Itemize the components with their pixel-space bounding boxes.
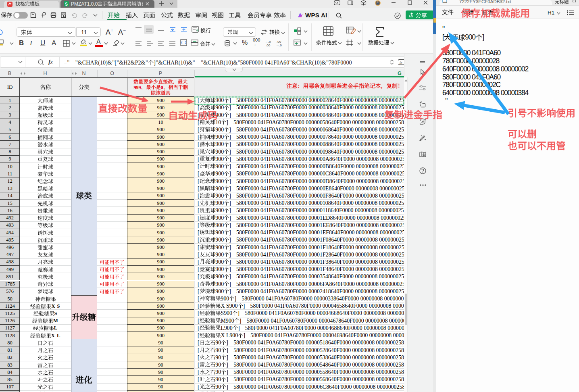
svg-text:fx: fx: [400, 60, 402, 65]
svg-text:←.0: ←.0: [265, 40, 271, 44]
svg-text:.00: .00: [266, 44, 271, 47]
svg-text:→.0: →.0: [276, 44, 282, 47]
svg-text:.00: .00: [277, 40, 281, 44]
svg-text:S: S: [65, 2, 68, 6]
